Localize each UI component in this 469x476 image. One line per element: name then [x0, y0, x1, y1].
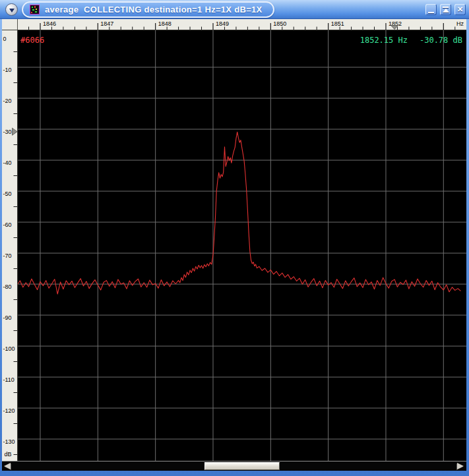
svg-text:-10: -10	[3, 67, 12, 73]
chevron-down-icon	[9, 9, 15, 13]
svg-text:-80: -80	[3, 283, 12, 290]
svg-text:-50: -50	[3, 191, 12, 197]
scroll-right-icon[interactable]	[457, 463, 464, 469]
svg-text:-70: -70	[3, 253, 12, 259]
horizontal-scrollbar[interactable]	[2, 461, 466, 471]
title-tab: average COLLECTING destination=1 Hz=1X d…	[22, 1, 274, 18]
svg-text:1851: 1851	[331, 20, 344, 27]
svg-text:-90: -90	[3, 314, 12, 321]
svg-text:1848: 1848	[158, 20, 172, 27]
svg-text:-130: -130	[3, 438, 15, 445]
scroll-left-icon[interactable]	[4, 463, 11, 469]
shade-button[interactable]	[440, 4, 451, 15]
frequency-ruler[interactable]: 1846184718481849185018511852Hz	[2, 19, 466, 30]
spectrum-plot-area[interactable]: #6066 1852.15 Hz -30.78 dB	[18, 30, 466, 461]
svg-text:-110: -110	[3, 376, 15, 383]
window-title: average COLLECTING destination=1 Hz=1X d…	[45, 5, 263, 15]
svg-text:-100: -100	[3, 345, 15, 352]
minimize-icon	[428, 12, 434, 13]
db-ruler-ticks: 0-10-20-30-40-50-60-70-80-90-100-110-120…	[2, 30, 17, 461]
svg-text:-20: -20	[3, 98, 12, 104]
svg-text:1847: 1847	[100, 20, 113, 27]
svg-text:-60: -60	[3, 222, 12, 228]
minimize-button[interactable]	[425, 4, 437, 15]
spectrum-analyzer-window: average COLLECTING destination=1 Hz=1X d…	[0, 0, 469, 476]
svg-text:1850: 1850	[273, 20, 286, 27]
svg-text:0: 0	[3, 36, 7, 42]
svg-text:Hz: Hz	[456, 20, 464, 27]
window-controls: ✕	[425, 4, 466, 15]
svg-text:1849: 1849	[216, 20, 229, 27]
app-icon	[30, 5, 40, 15]
spectrum-plot	[18, 30, 466, 461]
svg-text:1846: 1846	[43, 20, 56, 27]
window-menu-button[interactable]	[5, 3, 18, 16]
title-bar[interactable]: average COLLECTING destination=1 Hz=1X d…	[0, 0, 469, 19]
svg-text:-120: -120	[3, 407, 15, 414]
svg-text:-40: -40	[3, 160, 12, 166]
svg-text:dB: dB	[5, 451, 12, 458]
db-ruler[interactable]: 0-10-20-30-40-50-60-70-80-90-100-110-120…	[2, 30, 18, 461]
scrollbar-thumb[interactable]	[204, 462, 280, 470]
svg-text:-30: -30	[3, 129, 12, 135]
close-icon: ✕	[457, 5, 463, 15]
frequency-ruler-ticks: 1846184718481849185018511852Hz	[2, 19, 466, 30]
cursor-readout: 1852.15 Hz -30.78 dB	[360, 36, 462, 45]
close-button[interactable]: ✕	[454, 4, 466, 15]
cursor-db-readout: -30.78 dB	[420, 36, 462, 45]
cursor-hz-readout: 1852.15 Hz	[360, 36, 408, 45]
shade-icon	[443, 7, 449, 8]
frame-number-readout: #6066	[20, 36, 44, 45]
